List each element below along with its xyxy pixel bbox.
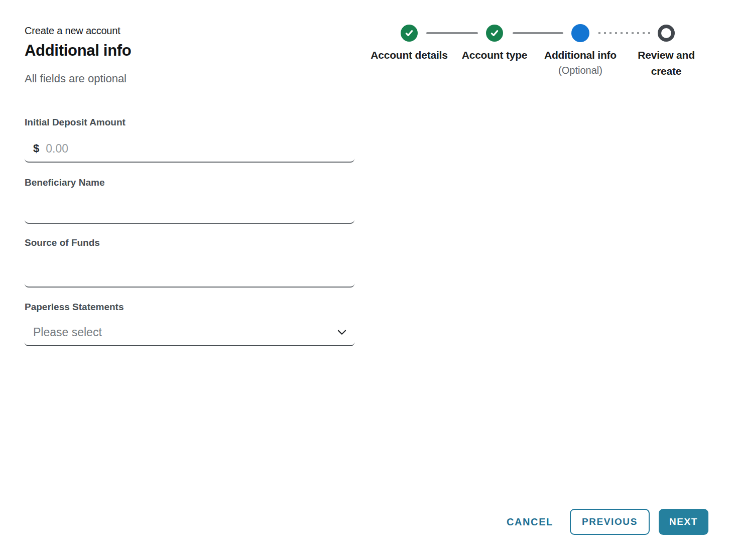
step-sublabel: (Optional) xyxy=(538,63,623,78)
initial-deposit-input-row: $ xyxy=(25,135,354,163)
page-title: Additional info xyxy=(25,42,131,60)
field-label: Source of Funds xyxy=(25,237,354,249)
step-label: Account type xyxy=(452,47,537,63)
step-label: Account details xyxy=(366,47,452,63)
field-source-of-funds: Source of Funds xyxy=(25,237,354,288)
field-label: Paperless Statements xyxy=(25,301,354,313)
step-account-type: Account type xyxy=(452,24,537,63)
wizard-actions: CANCEL PREVIOUS NEXT xyxy=(507,509,708,535)
previous-button[interactable]: PREVIOUS xyxy=(570,509,650,535)
field-beneficiary-name: Beneficiary Name xyxy=(25,177,354,224)
select-value: Please select xyxy=(33,326,102,339)
upcoming-step-icon xyxy=(658,25,675,42)
chevron-down-icon xyxy=(335,326,348,339)
next-button[interactable]: NEXT xyxy=(659,509,708,535)
cancel-button[interactable]: CANCEL xyxy=(507,516,553,528)
page-header: Create a new account Additional info All… xyxy=(25,25,131,85)
paperless-statements-select[interactable]: Please select xyxy=(25,319,354,346)
beneficiary-name-input[interactable] xyxy=(33,203,347,217)
step-label: Review and create xyxy=(624,47,709,79)
currency-prefix: $ xyxy=(33,142,39,155)
stepper: Account details Account type Additional … xyxy=(361,24,721,99)
check-icon[interactable] xyxy=(486,25,503,42)
create-account-page: Create a new account Additional info All… xyxy=(0,0,733,560)
field-initial-deposit: Initial Deposit Amount $ xyxy=(25,116,354,163)
wizard-eyebrow: Create a new account xyxy=(25,25,131,37)
current-step-icon xyxy=(571,24,589,42)
initial-deposit-input[interactable] xyxy=(46,142,347,156)
field-label: Initial Deposit Amount xyxy=(25,116,354,128)
step-account-details: Account details xyxy=(366,24,452,63)
source-of-funds-input-row xyxy=(25,260,354,288)
step-review-and-create: Review and create xyxy=(624,24,709,79)
source-of-funds-input[interactable] xyxy=(33,267,347,281)
page-subtitle: All fields are optional xyxy=(25,72,131,85)
beneficiary-name-input-row xyxy=(25,197,354,224)
step-additional-info: Additional info (Optional) xyxy=(538,24,623,78)
field-label: Beneficiary Name xyxy=(25,177,354,189)
field-paperless-statements: Paperless Statements Please select xyxy=(25,301,354,346)
step-label: Additional info xyxy=(538,47,623,63)
check-icon[interactable] xyxy=(401,25,418,42)
